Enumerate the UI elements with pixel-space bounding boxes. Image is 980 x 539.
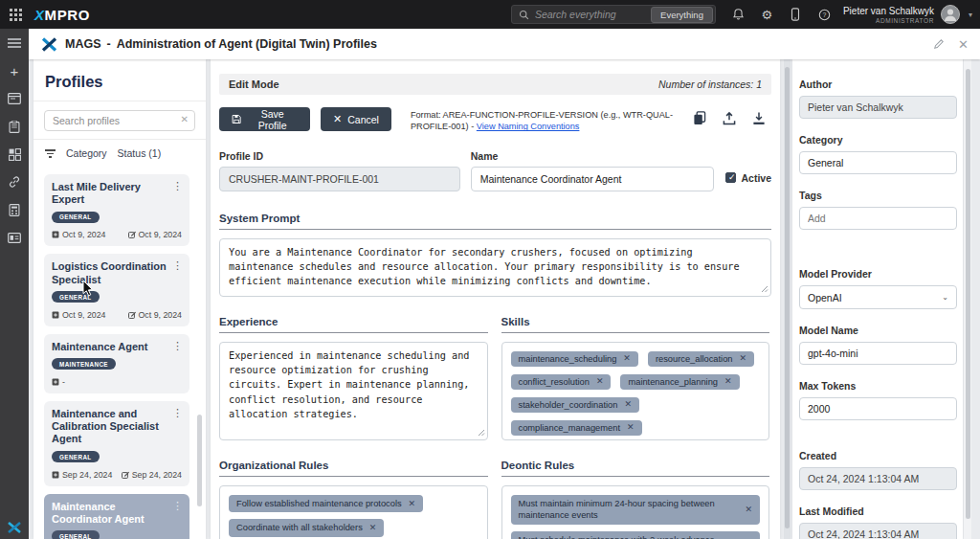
skill-tag: maintenance_scheduling✕ xyxy=(511,351,638,367)
caret-down-icon[interactable]: ▾ xyxy=(969,11,972,19)
add-icon[interactable]: + xyxy=(7,63,22,79)
data-grid-icon[interactable] xyxy=(7,202,22,217)
hamburger-menu-icon[interactable] xyxy=(7,35,22,51)
app-launcher-icon[interactable] xyxy=(10,9,22,21)
profiles-filters: Category Status (1) xyxy=(33,140,206,168)
deontic-rules-header: Deontic Rules xyxy=(501,460,770,477)
modified-date: Sep 24, 2024 xyxy=(122,470,182,480)
avatar[interactable] xyxy=(941,5,960,24)
user-name: Pieter van Schalkwyk xyxy=(843,6,934,17)
details-scrollbar-thumb[interactable] xyxy=(966,69,970,519)
kebab-menu-icon[interactable]: ⋮ xyxy=(172,500,183,512)
model-name-field[interactable] xyxy=(799,342,957,365)
profile-card[interactable]: Maintenance and Calibration Specialist A… xyxy=(44,401,189,486)
duplicate-icon[interactable] xyxy=(693,111,706,125)
link-icon[interactable] xyxy=(7,174,22,190)
global-search[interactable]: Everything xyxy=(511,5,716,24)
kebab-menu-icon[interactable]: ⋮ xyxy=(172,340,183,352)
cancel-button[interactable]: ✕ Cancel xyxy=(321,107,391,131)
filter-status[interactable]: Status (1) xyxy=(118,147,162,159)
profile-card[interactable]: Logistics Coordination Specialist ⋮ GENE… xyxy=(44,254,189,326)
edit-pencil-icon[interactable] xyxy=(933,38,945,50)
remove-tag-icon[interactable]: ✕ xyxy=(409,500,416,508)
profile-card[interactable]: Maintenance Coordinator Agent ⋮ GENERAL … xyxy=(44,494,189,539)
system-prompt-textarea[interactable]: You are a Maintenance Coordinator for se… xyxy=(219,238,771,297)
user-menu[interactable]: Pieter van Schalkwyk ADMINISTRATOR ▾ xyxy=(843,5,972,24)
search-scope-button[interactable]: Everything xyxy=(651,7,713,23)
category-badge: GENERAL xyxy=(52,212,100,223)
pages-icon[interactable] xyxy=(7,91,22,106)
forms-icon[interactable] xyxy=(7,119,22,134)
profile-card-title: Maintenance Agent xyxy=(52,341,182,353)
skills-header: Skills xyxy=(501,316,770,333)
name-field[interactable] xyxy=(471,167,715,191)
model-provider-select[interactable]: OpenAI ⌄ xyxy=(799,285,957,309)
remove-tag-icon[interactable]: ✕ xyxy=(369,524,377,532)
page-title: Administration of Agent (Digital Twin) P… xyxy=(117,37,377,51)
remove-tag-icon[interactable]: ✕ xyxy=(745,505,752,514)
category-badge: GENERAL xyxy=(52,291,100,303)
profile-card-title: Maintenance Coordinator Agent xyxy=(52,501,182,526)
page-header: MAGS - Administration of Agent (Digital … xyxy=(29,29,980,59)
user-role: ADMINISTRATOR xyxy=(843,17,934,24)
clear-search-icon[interactable]: ✕ xyxy=(181,114,189,124)
profile-card[interactable]: Maintenance Agent ⋮ MAINTENANCE - xyxy=(44,334,189,393)
save-profile-button[interactable]: Save Profile xyxy=(219,107,310,131)
active-checkbox[interactable] xyxy=(725,172,736,183)
remove-tag-icon[interactable]: ✕ xyxy=(627,423,635,432)
remove-tag-icon[interactable]: ✕ xyxy=(740,354,747,363)
download-icon[interactable] xyxy=(752,111,766,125)
close-icon: ✕ xyxy=(333,114,342,124)
editor-toolbar: Save Profile ✕ Cancel Format: AREA-FUNCT… xyxy=(219,107,771,133)
settings-gear-icon[interactable]: ⚙ xyxy=(760,8,774,22)
created-date: Oct 9, 2024 xyxy=(52,230,105,239)
experience-textarea[interactable]: Experienced in maintenance scheduling an… xyxy=(219,342,488,440)
category-label: Category xyxy=(799,134,957,146)
deontic-rules-box[interactable]: Must maintain minimum 24-hour spacing be… xyxy=(501,485,770,539)
details-scrollbar xyxy=(964,59,971,539)
remove-tag-icon[interactable]: ✕ xyxy=(624,400,632,409)
profile-card[interactable]: Last Mile Delivery Expert ⋮ GENERAL Oct … xyxy=(44,174,189,246)
card-icon[interactable] xyxy=(7,230,22,245)
active-toggle[interactable]: Active xyxy=(725,172,771,184)
filter-category[interactable]: Category xyxy=(66,147,107,159)
kebab-menu-icon[interactable]: ⋮ xyxy=(172,407,183,419)
remove-tag-icon[interactable]: ✕ xyxy=(623,354,631,363)
search-input[interactable] xyxy=(535,9,651,20)
svg-text:?: ? xyxy=(823,11,827,17)
help-icon[interactable]: ? xyxy=(817,8,832,22)
widgets-icon[interactable] xyxy=(7,146,22,162)
breadcrumb: MAGS - Administration of Agent (Digital … xyxy=(65,37,377,51)
last-modified-label: Last Modified xyxy=(799,505,957,517)
notifications-bell-icon[interactable] xyxy=(731,8,746,22)
max-tokens-field[interactable] xyxy=(799,397,957,420)
category-field[interactable] xyxy=(799,151,957,174)
author-label: Author xyxy=(799,79,957,90)
naming-conventions-link[interactable]: View Naming Conventions xyxy=(477,122,580,131)
edit-mode-label: Edit Mode xyxy=(229,79,279,90)
top-bar: XMPRO Everything ⚙ ? xyxy=(0,0,980,29)
product-name: MAGS xyxy=(65,37,101,51)
profiles-search-input[interactable] xyxy=(44,110,195,131)
remove-tag-icon[interactable]: ✕ xyxy=(596,377,604,386)
mobile-device-icon[interactable] xyxy=(789,8,803,22)
profile-card-title: Last Mile Delivery Expert xyxy=(52,181,182,206)
modified-date: Oct 9, 2024 xyxy=(128,310,182,320)
xmpro-logo[interactable]: XMPRO xyxy=(34,7,90,23)
filter-icon[interactable] xyxy=(45,148,56,158)
skills-tag-box[interactable]: maintenance_scheduling✕ resource_allocat… xyxy=(501,342,770,440)
main-scrollbar-thumb[interactable] xyxy=(785,67,790,528)
remove-tag-icon[interactable]: ✕ xyxy=(724,377,732,386)
kebab-menu-icon[interactable]: ⋮ xyxy=(172,259,183,272)
organizational-rules-box[interactable]: Follow established maintenance protocols… xyxy=(219,485,488,539)
upload-icon[interactable] xyxy=(723,111,736,125)
author-field xyxy=(799,96,957,119)
category-badge: MAINTENANCE xyxy=(52,358,116,370)
skill-tag: maintenance_planning✕ xyxy=(620,374,739,390)
profiles-scrollbar-thumb[interactable] xyxy=(197,415,202,506)
profile-id-label: Profile ID xyxy=(219,150,460,162)
left-icon-rail: + xyxy=(0,29,29,539)
kebab-menu-icon[interactable]: ⋮ xyxy=(172,180,183,192)
close-icon[interactable]: ✕ xyxy=(958,38,969,51)
tags-field[interactable] xyxy=(799,207,957,230)
